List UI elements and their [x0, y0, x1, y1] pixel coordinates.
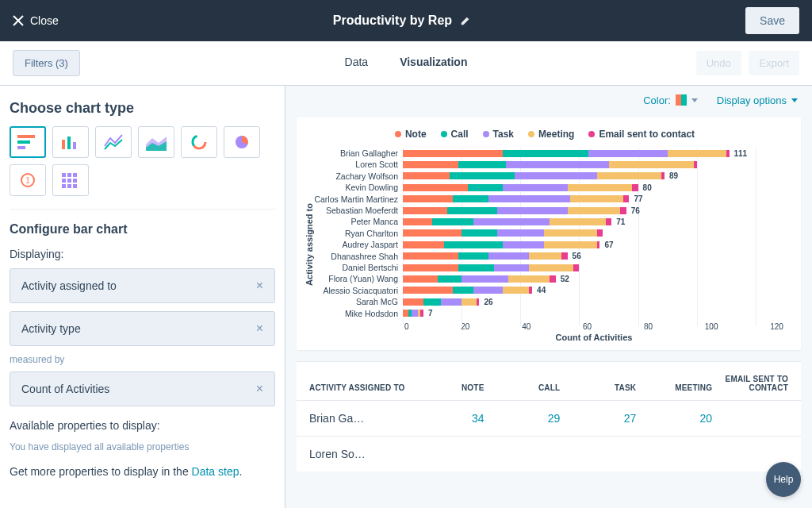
- bar-segment-task[interactable]: [588, 150, 668, 157]
- bar-segment-task[interactable]: [473, 218, 550, 225]
- bar-segment-call[interactable]: [438, 275, 462, 283]
- bar-segment-email[interactable]: [477, 298, 480, 306]
- chart-bar-row[interactable]: 44: [403, 285, 785, 296]
- bar-segment-email[interactable]: [726, 150, 730, 157]
- chart-type-kpi[interactable]: 1: [10, 164, 46, 196]
- chart-type-table[interactable]: [52, 164, 89, 196]
- chart-type-area[interactable]: [138, 126, 174, 158]
- bar-segment-meeting[interactable]: [568, 207, 621, 214]
- cell-value[interactable]: 29: [485, 412, 561, 425]
- bar-segment-task[interactable]: [503, 184, 568, 191]
- chart-bar-row[interactable]: 89: [403, 171, 785, 182]
- legend-email[interactable]: Email sent to contact: [588, 129, 695, 140]
- bar-segment-task[interactable]: [494, 264, 529, 271]
- bar-segment-call[interactable]: [503, 150, 588, 157]
- bar-segment-meeting[interactable]: [597, 172, 662, 179]
- bar-segment-call[interactable]: [453, 195, 488, 202]
- cell-value[interactable]: [408, 448, 485, 460]
- bar-segment-meeting[interactable]: [508, 275, 550, 283]
- bar-segment-note[interactable]: [403, 184, 468, 191]
- cell-value[interactable]: [485, 448, 561, 460]
- table-col-header[interactable]: NOTE: [408, 383, 485, 392]
- chart-bar-row[interactable]: 71: [403, 216, 785, 227]
- bar-segment-task[interactable]: [488, 195, 571, 202]
- chart-type-vbar[interactable]: [52, 126, 89, 158]
- bar-segment-task[interactable]: [441, 298, 462, 306]
- export-button[interactable]: Export: [749, 51, 799, 75]
- chart-bar-row[interactable]: 7: [403, 307, 785, 318]
- bar-segment-email[interactable]: [550, 275, 555, 283]
- bar-segment-task[interactable]: [412, 310, 417, 317]
- table-col-header[interactable]: CALL: [485, 383, 561, 392]
- cell-value[interactable]: 20: [636, 412, 712, 425]
- chart-bar-row[interactable]: 111: [403, 148, 785, 159]
- display-pill-activity-assigned[interactable]: Activity assigned to ×: [10, 268, 275, 303]
- bar-segment-meeting[interactable]: [529, 264, 573, 271]
- bar-segment-meeting[interactable]: [568, 184, 633, 191]
- chart-type-hbar[interactable]: [10, 126, 46, 158]
- bar-segment-call[interactable]: [453, 287, 473, 294]
- chart-bar-row[interactable]: [403, 262, 785, 273]
- cell-value[interactable]: [560, 448, 636, 460]
- chart-bar-row[interactable]: 67: [403, 239, 785, 250]
- bar-segment-note[interactable]: [403, 172, 450, 179]
- bar-segment-note[interactable]: [403, 252, 458, 260]
- chart-bar-row[interactable]: 76: [403, 205, 785, 216]
- bar-segment-task[interactable]: [515, 172, 597, 179]
- bar-segment-call[interactable]: [468, 184, 503, 191]
- bar-segment-meeting[interactable]: [550, 218, 605, 225]
- bar-segment-note[interactable]: [403, 207, 447, 214]
- bar-segment-note[interactable]: [403, 275, 438, 283]
- chart-bar-row[interactable]: [403, 228, 785, 239]
- chart-bar-row[interactable]: [403, 159, 785, 170]
- bar-segment-call[interactable]: [447, 207, 497, 214]
- measure-pill[interactable]: Count of Activities ×: [10, 371, 275, 406]
- bar-segment-email[interactable]: [529, 287, 532, 294]
- bar-segment-email[interactable]: [597, 241, 600, 248]
- bar-segment-call[interactable]: [423, 298, 441, 306]
- bar-segment-meeting[interactable]: [462, 298, 477, 306]
- color-picker[interactable]: Color:: [643, 94, 698, 106]
- bar-segment-task[interactable]: [497, 207, 568, 214]
- bar-segment-task[interactable]: [473, 287, 503, 294]
- chart-type-donut[interactable]: [181, 126, 217, 158]
- bar-segment-task[interactable]: [462, 275, 508, 283]
- remove-icon[interactable]: ×: [256, 321, 263, 336]
- cell-value[interactable]: 27: [560, 412, 636, 425]
- bar-segment-call[interactable]: [432, 218, 473, 225]
- bar-segment-call[interactable]: [458, 252, 488, 260]
- chart-bar-row[interactable]: 52: [403, 273, 785, 284]
- bar-segment-email[interactable]: [623, 195, 629, 202]
- bar-segment-email[interactable]: [606, 218, 611, 225]
- legend-task[interactable]: Task: [483, 129, 514, 140]
- bar-segment-call[interactable]: [444, 241, 503, 248]
- remove-icon[interactable]: ×: [256, 279, 263, 293]
- table-col-header[interactable]: TASK: [560, 383, 636, 392]
- bar-segment-note[interactable]: [403, 218, 432, 225]
- save-button[interactable]: Save: [745, 7, 799, 34]
- bar-segment-call[interactable]: [450, 172, 515, 179]
- cell-value[interactable]: [712, 448, 788, 460]
- table-col-header[interactable]: MEETING: [636, 383, 712, 392]
- bar-segment-note[interactable]: [403, 195, 453, 202]
- bar-segment-email[interactable]: [597, 229, 603, 237]
- bar-segment-note[interactable]: [403, 241, 444, 248]
- bar-segment-note[interactable]: [403, 298, 423, 306]
- cell-value[interactable]: [712, 412, 788, 425]
- bar-segment-meeting[interactable]: [609, 161, 695, 168]
- table-col-header[interactable]: EMAIL SENT TO CONTACT: [712, 375, 788, 392]
- chart-bar-row[interactable]: 77: [403, 194, 785, 205]
- legend-note[interactable]: Note: [395, 129, 427, 140]
- table-col-header[interactable]: ACTIVITY ASSIGNED TO: [309, 383, 408, 392]
- chart-bar-row[interactable]: 80: [403, 182, 785, 193]
- legend-call[interactable]: Call: [441, 129, 469, 140]
- bar-segment-meeting[interactable]: [544, 241, 597, 248]
- bar-segment-note[interactable]: [403, 150, 503, 157]
- bar-segment-note[interactable]: [403, 161, 458, 168]
- bar-segment-meeting[interactable]: [503, 287, 529, 294]
- bar-segment-meeting[interactable]: [544, 229, 597, 237]
- bar-segment-email[interactable]: [661, 172, 665, 179]
- legend-meeting[interactable]: Meeting: [528, 129, 574, 140]
- bar-segment-email[interactable]: [420, 310, 423, 317]
- display-pill-activity-type[interactable]: Activity type ×: [10, 311, 275, 346]
